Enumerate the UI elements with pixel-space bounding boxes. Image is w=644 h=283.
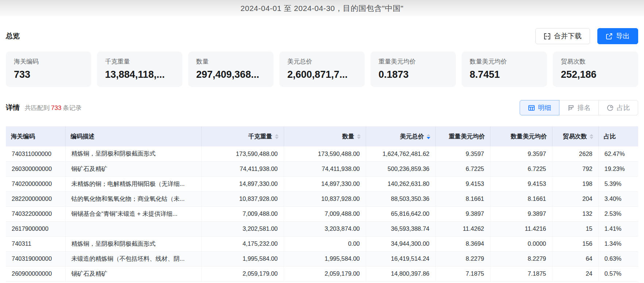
cell-code: 740311000000 [6, 146, 65, 161]
card-label: 数量美元均价 [470, 57, 539, 66]
tab-label: 排名 [578, 103, 591, 112]
summary-card: 数量 297,409,368... [188, 51, 273, 87]
view-mode-tabs: 明细 排名 占比 [520, 100, 638, 115]
cell-desc: 锡矿石及精矿 [65, 266, 201, 281]
column-label: 千克重量 [248, 133, 272, 141]
table-row: 740311000000精炼铜，呈阴极和阴极截面形式173,590,488.00… [6, 146, 638, 161]
tab-label: 明细 [538, 103, 551, 112]
cell-qty: 74,411,938.00 [284, 161, 366, 176]
cell-usd: 88,503,350.36 [366, 191, 435, 206]
summary-card: 贸易次数 252,186 [553, 51, 638, 87]
column-label: 编码描述 [71, 133, 95, 141]
tab-排名[interactable]: 排名 [559, 100, 599, 115]
cell-code: 740311 [6, 236, 65, 251]
tab-占比[interactable]: 占比 [598, 100, 638, 115]
table-header-row: 海关编码编码描述千克重量 数量 美元总价 重量美元均价数量美元均价贸易次数 占比 [6, 126, 638, 146]
cell-desc: 精炼铜，呈阴极和阴极截面形式 [65, 236, 201, 251]
tab-明细[interactable]: 明细 [520, 100, 559, 115]
column-label: 数量美元均价 [511, 133, 547, 141]
cell-weight: 14,897,330.00 [201, 176, 284, 191]
cell-qavg: 9.3897 [490, 206, 552, 221]
rank-icon [567, 104, 574, 111]
export-button[interactable]: 导出 [597, 28, 638, 44]
column-header-qavg: 数量美元均价 [490, 126, 552, 146]
card-label: 贸易次数 [561, 57, 630, 66]
cell-usd: 34,944,300.00 [366, 236, 435, 251]
column-label: 贸易次数 [563, 133, 587, 141]
cell-pct: 1.41% [598, 221, 638, 236]
column-header-usd[interactable]: 美元总价 [366, 126, 435, 146]
overview-heading: 总览 [6, 31, 20, 41]
column-header-weight[interactable]: 千克重量 [201, 126, 284, 146]
cell-qty: 2,059,179.00 [284, 266, 366, 281]
merge-download-button[interactable]: 合并下载 [535, 28, 590, 44]
detail-heading: 详情 [6, 103, 20, 112]
cell-qavg: 9.4153 [490, 176, 552, 191]
match-suffix: 条记录 [63, 104, 81, 111]
table-body: 740311000000精炼铜，呈阴极和阴极截面形式173,590,488.00… [6, 146, 638, 281]
cell-desc: 精炼铜，呈阴极和阴极截面形式 [65, 146, 201, 161]
table-row: 260900000000锡矿石及精矿2,059,179.002,059,179.… [6, 266, 638, 281]
cell-pct: 0.57% [598, 266, 638, 281]
summary-card: 数量美元均价 8.7451 [462, 51, 547, 87]
cell-usd: 140,262,631.80 [366, 176, 435, 191]
cell-desc: 未锻造的精炼铜（不包括坯料、线材、阴... [65, 251, 201, 266]
cell-qavg: 6.7225 [490, 161, 552, 176]
cell-code: 260300000000 [6, 161, 65, 176]
cell-desc: 铜锡基合金“青铜”未锻造 + 未提供详细... [65, 206, 201, 221]
cell-qavg: 8.1661 [490, 191, 552, 206]
cell-usd: 14,800,397.86 [366, 266, 435, 281]
export-icon [606, 33, 613, 40]
cell-wavg: 9.4153 [435, 176, 490, 191]
card-label: 重量美元均价 [379, 57, 448, 66]
column-label: 海关编码 [11, 133, 35, 141]
summary-card: 海关编码 733 [6, 51, 91, 87]
column-label: 数量 [342, 133, 354, 141]
sort-icon [357, 134, 361, 139]
cell-code: 740200000000 [6, 176, 65, 191]
table-row: 260300000000铜矿石及精矿74,411,938.0074,411,93… [6, 161, 638, 176]
cell-wavg: 6.7225 [435, 161, 490, 176]
pie-icon [607, 104, 614, 111]
column-header-times[interactable]: 贸易次数 [552, 126, 598, 146]
cell-qavg: 0.0000 [490, 236, 552, 251]
sort-icon [275, 134, 279, 139]
cell-times: 64 [552, 251, 598, 266]
cell-qty: 7,009,488.00 [284, 206, 366, 221]
cell-desc: 未精炼的铜；电解精炼用铜阳极（无详细... [65, 176, 201, 191]
cell-desc: 钴的氧化物和氢氧化物；商业氧化钴（未... [65, 191, 201, 206]
match-prefix: 共匹配到 [25, 104, 50, 111]
cell-qty: 3,203,874.00 [284, 221, 366, 236]
sort-icon [427, 134, 430, 139]
cell-pct: 0.63% [598, 251, 638, 266]
tab-label: 占比 [617, 103, 630, 112]
table-row: 282200000000钴的氧化物和氢氧化物；商业氧化钴（未...10,837,… [6, 191, 638, 206]
cell-wavg: 9.3597 [435, 146, 490, 161]
card-value: 733 [14, 69, 83, 80]
cell-code: 282200000000 [6, 191, 65, 206]
cell-usd: 36,593,388.74 [366, 221, 435, 236]
merge-download-label: 合并下载 [554, 31, 582, 41]
cell-weight: 4,175,232.00 [201, 236, 284, 251]
summary-card: 千克重量 13,884,118,... [97, 51, 182, 87]
cell-times: 792 [552, 161, 598, 176]
card-value: 297,409,368... [196, 69, 265, 80]
cell-times: 156 [552, 236, 598, 251]
table-row: 740200000000未精炼的铜；电解精炼用铜阳极（无详细...14,897,… [6, 176, 638, 191]
top-filter-bar: 2024-04-01 至 2024-04-30，目的国包含"中国" [0, 0, 644, 16]
card-value: 2,600,871,7... [287, 69, 357, 80]
cell-pct: 2.53% [598, 206, 638, 221]
cell-qty: 0.00 [284, 236, 366, 251]
column-label: 重量美元均价 [449, 133, 485, 141]
column-label: 美元总价 [400, 133, 424, 141]
cell-weight: 2,059,179.00 [201, 266, 284, 281]
cell-pct: 1.34% [598, 236, 638, 251]
column-header-wavg: 重量美元均价 [435, 126, 490, 146]
cell-usd: 500,236,859.36 [366, 161, 435, 176]
cell-code: 740322000000 [6, 206, 65, 221]
summary-cards: 海关编码 733千克重量 13,884,118,...数量 297,409,36… [6, 51, 638, 87]
merge-cells-icon [544, 33, 551, 40]
cell-qavg: 7.1875 [490, 266, 552, 281]
column-header-qty[interactable]: 数量 [284, 126, 366, 146]
cell-pct: 19.23% [598, 161, 638, 176]
